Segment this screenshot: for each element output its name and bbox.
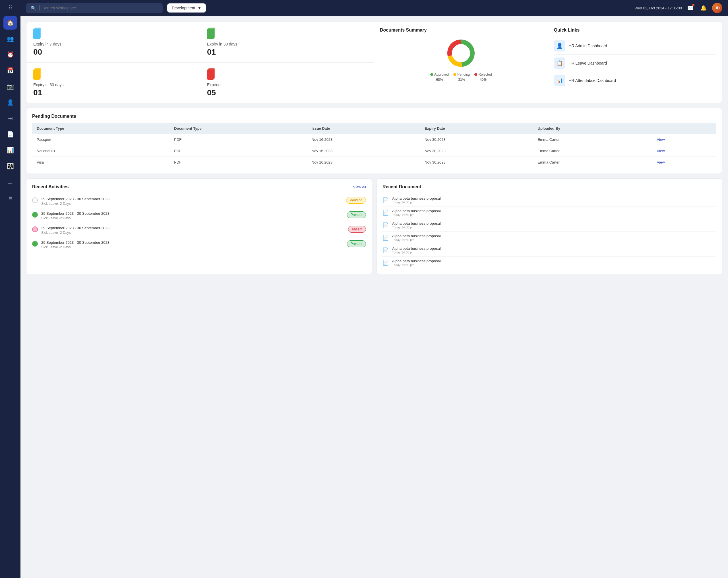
quick-link-hr-leave[interactable]: 📋 HR Leave Dashboard	[554, 55, 717, 72]
calendar-icon: 📅	[7, 67, 14, 74]
cell-uploaded-by: Emma Carter	[533, 145, 652, 157]
doc-time: Today 14:30 pm	[392, 213, 441, 217]
workspace-dropdown[interactable]: Development ▼	[167, 3, 206, 12]
list-item[interactable]: 📄 Alpha beta business proposal Today 14:…	[383, 244, 716, 257]
col-file-type: Document Type	[170, 123, 307, 134]
cell-action[interactable]: View	[652, 157, 716, 168]
avatar[interactable]: JD	[712, 3, 722, 13]
cell-issue-date: Nov 16,2023	[307, 157, 420, 168]
stat-expiry30: Expiry in 30 days 01	[200, 22, 374, 62]
recent-docs-list: 📄 Alpha beta business proposal Today 14:…	[383, 194, 716, 269]
stat-expiry30-value: 01	[207, 48, 367, 57]
stat-expiry60: Expiry in 60 days 01	[26, 62, 200, 103]
view-link[interactable]: View	[657, 137, 665, 142]
sidebar-item-people[interactable]: 👥	[3, 32, 17, 46]
view-all-button[interactable]: View All	[353, 185, 366, 189]
rejected-label: Rejected	[478, 73, 492, 77]
activity-status-badge: Present	[347, 211, 366, 218]
cell-doc-type: National ID	[32, 145, 170, 157]
quick-links-title: Quick Links	[554, 28, 717, 33]
recent-docs-title: Recent Document	[383, 184, 421, 190]
workspace-label: Development	[172, 6, 196, 10]
table-row: Passport PDF Nov 16,2023 Nov 30,2023 Emm…	[32, 134, 716, 145]
table-row: National ID PDF Nov 16,2023 Nov 30,2023 …	[32, 145, 716, 157]
doc-name: Alpha beta business proposal	[392, 209, 441, 213]
legend-approved: Approved 68%	[430, 73, 449, 82]
sidebar-item-home[interactable]: 🏠	[3, 16, 17, 30]
activity-type: Sick Leave -2 Days	[41, 216, 343, 220]
stat-expired-value: 05	[207, 88, 367, 97]
doc-time: Today 14:30 pm	[392, 238, 441, 242]
activity-type: Sick Leave -2 Days	[41, 245, 343, 249]
bell-icon[interactable]: 🔔	[699, 3, 708, 12]
activity-dot	[32, 197, 38, 203]
sidebar-grid-icon[interactable]: ⠿	[8, 4, 12, 11]
list-item[interactable]: 📄 Alpha beta business proposal Today 14:…	[383, 257, 716, 269]
list-item: 29 September 2023 - 30 September 2023 Si…	[32, 237, 366, 252]
cell-uploaded-by: Emma Carter	[533, 157, 652, 168]
sidebar-item-login[interactable]: ⇥	[3, 111, 17, 125]
list-item[interactable]: 📄 Alpha beta business proposal Today 14:…	[383, 219, 716, 231]
cell-uploaded-by: Emma Carter	[533, 134, 652, 145]
doc-name: Alpha beta business proposal	[392, 246, 441, 251]
cell-action[interactable]: View	[652, 134, 716, 145]
svg-rect-5	[33, 69, 40, 80]
activity-date: 29 September 2023 - 30 September 2023	[41, 241, 343, 245]
list-item[interactable]: 📄 Alpha beta business proposal Today 14:…	[383, 231, 716, 244]
approved-dot	[430, 73, 433, 76]
sidebar-item-chart[interactable]: 📊	[3, 143, 17, 157]
stat-expiry30-label: Expiry in 30 days	[207, 42, 367, 46]
list-item[interactable]: 📄 Alpha beta business proposal Today 14:…	[383, 194, 716, 206]
doc-name: Alpha beta business proposal	[392, 196, 441, 201]
cell-action[interactable]: View	[652, 145, 716, 157]
view-link[interactable]: View	[657, 160, 665, 165]
doc-file-icon: 📄	[383, 235, 389, 241]
sidebar-item-camera[interactable]: 📷	[3, 80, 17, 93]
chart-icon: 📊	[7, 147, 14, 154]
sidebar-item-monitor[interactable]: 🖥	[3, 191, 17, 205]
activity-status-badge: Present	[347, 241, 366, 247]
sidebar: ⠿ 🏠 👥 ⏰ 📅 📷 👤 ⇥ 📄 📊 👨‍👩‍👧 ☰ 🖥	[0, 0, 21, 578]
sidebar-item-team[interactable]: 👨‍👩‍👧	[3, 159, 17, 173]
sidebar-item-document[interactable]: 📄	[3, 127, 17, 141]
doc-info: Alpha beta business proposal Today 14:30…	[392, 209, 441, 217]
doc-name: Alpha beta business proposal	[392, 234, 441, 238]
list-item[interactable]: 📄 Alpha beta business proposal Today 14:…	[383, 206, 716, 219]
activity-status-badge: Absent	[348, 226, 366, 233]
sidebar-item-calendar[interactable]: 📅	[3, 64, 17, 77]
cell-expiry-date: Nov 30,2023	[420, 134, 533, 145]
cell-expiry-date: Nov 30,2023	[420, 145, 533, 157]
stat-expiry60-label: Expiry in 60 days	[33, 82, 193, 87]
quick-link-hr-admin-label: HR Admin Dashboard	[569, 44, 607, 48]
search-input[interactable]	[42, 6, 158, 10]
search-box[interactable]: 🔍	[26, 3, 163, 13]
clock-icon: ⏰	[7, 51, 14, 58]
sidebar-item-person-add[interactable]: 👤	[3, 96, 17, 109]
quick-link-hr-attendance[interactable]: 📊 HR Attendabce Dashboard	[554, 72, 717, 89]
mail-icon[interactable]: ✉️	[686, 3, 695, 12]
pending-documents-title: Pending Documents	[32, 114, 716, 119]
topbar: 🔍 Development ▼ Wed 02, Oct 2024 - 12:05…	[21, 0, 728, 16]
sidebar-item-clock[interactable]: ⏰	[3, 48, 17, 61]
activity-type: Sick Leave -2 Days	[41, 231, 345, 235]
view-link[interactable]: View	[657, 149, 665, 153]
activity-content: 29 September 2023 - 30 September 2023 Si…	[41, 241, 343, 249]
activity-dot	[32, 226, 38, 232]
doc-info: Alpha beta business proposal Today 14:30…	[392, 196, 441, 204]
sidebar-item-list[interactable]: ☰	[3, 175, 17, 189]
activities-list: 29 September 2023 - 30 September 2023 Si…	[32, 194, 366, 252]
quick-link-hr-leave-label: HR Leave Dashboard	[569, 61, 607, 66]
hr-admin-icon: 👤	[554, 40, 565, 51]
col-issue-date: Issue Date	[307, 123, 420, 134]
activities-title: Recent Activities	[32, 184, 69, 190]
activity-content: 29 September 2023 - 30 September 2023 Si…	[41, 211, 343, 220]
col-uploaded-by: Uploaded By	[533, 123, 652, 134]
main-content: 🔍 Development ▼ Wed 02, Oct 2024 - 12:05…	[21, 0, 728, 578]
cell-file-type: PDF	[170, 145, 307, 157]
quick-link-hr-admin[interactable]: 👤 HR Admin Dashboard	[554, 37, 717, 55]
doc-file-icon: 📄	[383, 210, 389, 216]
svg-rect-7	[207, 69, 214, 80]
doc-file-icon: 📄	[383, 222, 389, 228]
topbar-right: Wed 02, Oct 2024 - 12:05:00 ✉️ 🔔 JD	[634, 3, 722, 13]
approved-percent: 68%	[436, 78, 443, 82]
